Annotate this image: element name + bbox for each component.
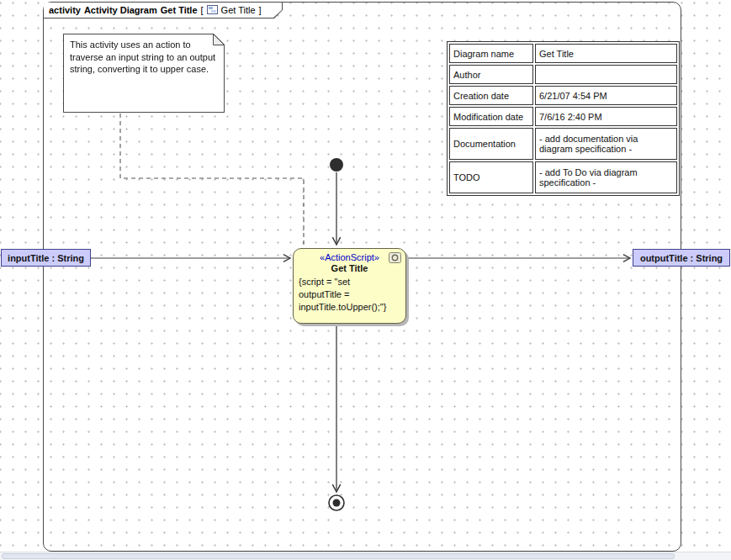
action-node-get-title[interactable]: «ActionScript» Get Title {script = "set … — [293, 248, 406, 324]
parameter-output-label: outputTitle : String — [640, 253, 723, 263]
activity-diagram-icon — [207, 5, 218, 14]
diagram-frame-header[interactable]: activity Activity Diagram Get Title [ Ge… — [44, 3, 283, 18]
comment-note[interactable]: This activity uses an action to traverse… — [63, 34, 225, 113]
info-value-author — [535, 65, 677, 84]
action-name: Get Title — [294, 263, 405, 273]
info-value-documentation: - add documentation via diagram specific… — [535, 128, 677, 160]
info-value-modification-date: 7/6/16 2:40 PM — [535, 107, 677, 126]
info-label-modification-date: Modification date — [449, 107, 533, 126]
info-label-creation-date: Creation date — [449, 86, 533, 105]
comment-note-text: This activity uses an action to traverse… — [64, 34, 224, 112]
parameter-input-label: inputTitle : String — [8, 253, 84, 263]
diagram-canvas[interactable]: activity Activity Diagram Get Title [ Ge… — [0, 0, 731, 560]
parameter-node-input-title[interactable]: inputTitle : String — [1, 249, 91, 267]
diagram-keyword: activity — [49, 5, 81, 15]
info-value-diagram-name: Get Title — [535, 44, 677, 63]
horizontal-scrollbar[interactable] — [0, 552, 731, 560]
horizontal-scrollbar-thumb[interactable] — [2, 553, 675, 559]
diagram-info-table[interactable]: Diagram name Get Title Author Creation d… — [447, 41, 680, 196]
info-label-author: Author — [449, 65, 533, 84]
info-value-todo: - add To Do via diagram specification - — [535, 161, 677, 193]
info-value-creation-date: 6/21/07 4:54 PM — [535, 86, 677, 105]
info-label-todo: TODO — [449, 161, 533, 193]
info-label-diagram-name: Diagram name — [449, 44, 533, 63]
parameter-node-output-title[interactable]: outputTitle : String — [633, 249, 730, 267]
action-script-body: {script = "set outputTitle = inputTitle.… — [294, 273, 405, 314]
context-close-bracket: ] — [259, 5, 262, 15]
context-name: Get Title — [221, 5, 256, 15]
action-script-badge-icon — [389, 252, 401, 263]
diagram-name: Get Title — [161, 5, 198, 15]
context-open-bracket: [ — [201, 5, 204, 15]
info-label-documentation: Documentation — [449, 128, 533, 160]
diagram-type: Activity Diagram — [84, 5, 157, 15]
